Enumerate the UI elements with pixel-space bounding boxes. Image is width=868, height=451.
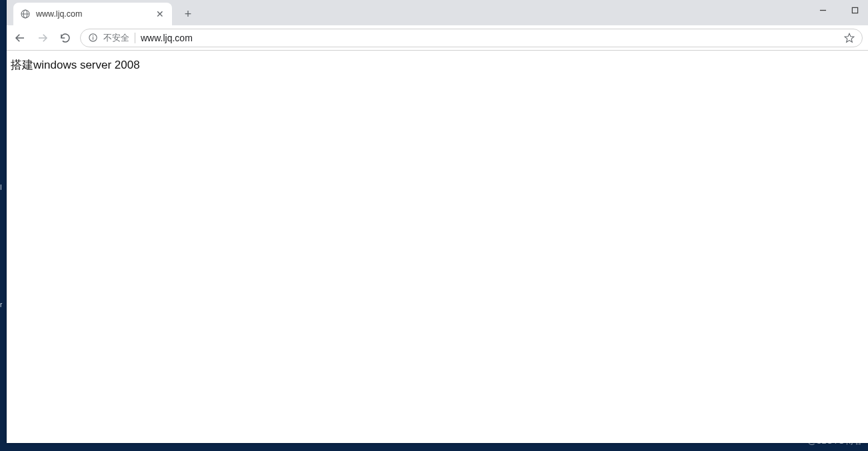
desktop-fragment-2: r [0, 301, 2, 308]
maximize-button[interactable] [845, 2, 864, 18]
info-icon [87, 33, 98, 43]
url-text[interactable]: www.ljq.com [141, 33, 838, 43]
forward-button[interactable] [35, 30, 51, 46]
address-bar[interactable]: 不安全 www.ljq.com [80, 29, 863, 47]
page-viewport[interactable]: 搭建windows server 2008 [7, 51, 868, 443]
svg-marker-10 [845, 33, 854, 42]
svg-point-8 [92, 35, 93, 37]
desktop-background: I r www.ljq.com ✕ + [0, 0, 868, 451]
browser-window: www.ljq.com ✕ + [7, 0, 868, 443]
window-controls [813, 0, 864, 20]
reload-button[interactable] [57, 30, 73, 46]
svg-rect-9 [92, 37, 93, 39]
svg-rect-4 [852, 7, 857, 13]
page-body-text: 搭建windows server 2008 [11, 57, 864, 73]
close-tab-icon[interactable]: ✕ [155, 9, 165, 19]
bookmark-star-icon[interactable] [843, 32, 855, 44]
tab-title: www.ljq.com [36, 9, 149, 19]
minimize-button[interactable] [813, 2, 832, 18]
back-button[interactable] [12, 30, 28, 46]
globe-icon [20, 9, 31, 19]
security-status-label: 不安全 [103, 32, 129, 44]
browser-toolbar: 不安全 www.ljq.com [7, 25, 868, 51]
desktop-fragment-1: I [0, 184, 2, 191]
browser-tab[interactable]: www.ljq.com ✕ [13, 3, 172, 25]
tab-strip: www.ljq.com ✕ + [7, 0, 868, 25]
separator [135, 33, 135, 43]
new-tab-button[interactable]: + [179, 5, 197, 23]
